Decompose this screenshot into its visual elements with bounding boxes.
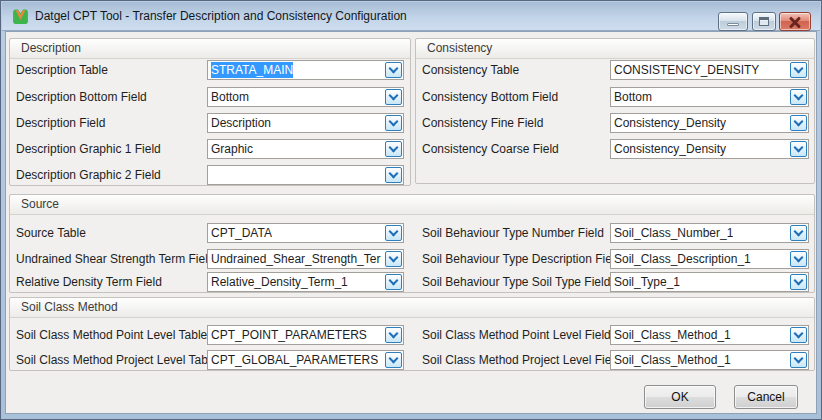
field-label: Description Field — [16, 113, 105, 133]
field-label: Undrained Shear Strength Term Field — [16, 249, 215, 269]
field-row: Soil Class Method Project Level Table CP… — [10, 350, 416, 370]
field-row: Description Graphic 2 Field — [10, 165, 410, 185]
description-graphic-2-field-combo[interactable] — [207, 165, 404, 185]
dropdown-arrow-icon[interactable] — [790, 274, 807, 290]
combo-value: Soil_Class_Number_1 — [614, 225, 733, 241]
minimize-button[interactable] — [718, 12, 748, 31]
dropdown-arrow-icon[interactable] — [385, 62, 402, 78]
field-row: Relative Density Term Field Relative_Den… — [10, 272, 416, 292]
dropdown-arrow-icon[interactable] — [385, 327, 402, 343]
consistency-coarse-field-combo[interactable]: Consistency_Density — [610, 139, 809, 159]
field-label: Description Bottom Field — [16, 87, 147, 107]
dropdown-arrow-icon[interactable] — [385, 251, 402, 267]
consistency-fine-field-combo[interactable]: Consistency_Density — [610, 113, 809, 133]
field-row: Soil Class Method Point Level Field Soil… — [416, 325, 814, 345]
field-label: Description Graphic 1 Field — [16, 139, 161, 159]
field-label: Consistency Coarse Field — [422, 139, 559, 159]
dropdown-arrow-icon[interactable] — [790, 115, 807, 131]
field-row: Consistency Fine Field Consistency_Densi… — [416, 113, 814, 133]
field-row: Soil Class Method Project Level Field So… — [416, 350, 814, 370]
field-row: Soil Behaviour Type Soil Type Field Soil… — [416, 272, 814, 292]
dropdown-arrow-icon[interactable] — [790, 141, 807, 157]
consistency-bottom-field-combo[interactable]: Bottom — [610, 87, 809, 107]
dropdown-arrow-icon[interactable] — [790, 225, 807, 241]
field-label: Soil Class Method Point Level Table — [16, 325, 207, 345]
group-description: Description Description Table STRATA_MAI… — [9, 38, 411, 186]
soil-behaviour-type-soil-type-field-combo[interactable]: Soil_Type_1 — [610, 272, 809, 292]
dropdown-arrow-icon[interactable] — [385, 352, 402, 368]
cancel-button[interactable]: Cancel — [734, 385, 798, 409]
field-row: Description Bottom Field Bottom — [10, 87, 410, 107]
field-row: Soil Behaviour Type Description Field So… — [416, 249, 814, 269]
soil-class-left-column: Soil Class Method Point Level Table CPT_… — [10, 298, 416, 370]
dropdown-arrow-icon[interactable] — [790, 352, 807, 368]
field-row: Description Table STRATA_MAIN — [10, 60, 410, 80]
soil-class-method-project-level-table-combo[interactable]: CPT_GLOBAL_PARAMETERS — [207, 350, 404, 370]
dropdown-arrow-icon[interactable] — [385, 167, 402, 183]
dropdown-arrow-icon[interactable] — [385, 89, 402, 105]
dropdown-arrow-icon[interactable] — [790, 327, 807, 343]
description-field-combo[interactable]: Description — [207, 113, 404, 133]
field-label: Consistency Fine Field — [422, 113, 543, 133]
group-consistency: Consistency Consistency Table CONSISTENC… — [415, 38, 815, 184]
dropdown-arrow-icon[interactable] — [790, 62, 807, 78]
consistency-table-combo[interactable]: CONSISTENCY_DENSITY — [610, 60, 809, 80]
combo-value: CONSISTENCY_DENSITY — [614, 62, 759, 78]
field-label: Soil Class Method Project Level Table — [16, 350, 217, 370]
field-label: Consistency Bottom Field — [422, 87, 558, 107]
field-row: Soil Behaviour Type Number Field Soil_Cl… — [416, 223, 814, 243]
combo-value: Bottom — [211, 89, 249, 105]
field-label: Relative Density Term Field — [16, 272, 162, 292]
close-icon — [789, 16, 801, 28]
source-right-column: Soil Behaviour Type Number Field Soil_Cl… — [416, 195, 814, 292]
maximize-button[interactable] — [752, 12, 776, 31]
description-table-combo[interactable]: STRATA_MAIN — [207, 60, 404, 80]
combo-value: STRATA_MAIN — [211, 62, 293, 78]
dropdown-arrow-icon[interactable] — [385, 115, 402, 131]
group-source: Source Source Table CPT_DATA Undrained S… — [9, 194, 815, 293]
field-label: Soil Class Method Project Level Field — [422, 350, 621, 370]
field-label: Consistency Table — [422, 60, 519, 80]
soil-class-method-point-level-field-combo[interactable]: Soil_Class_Method_1 — [610, 325, 809, 345]
close-button[interactable] — [779, 12, 811, 31]
soil-behaviour-type-number-field-combo[interactable]: Soil_Class_Number_1 — [610, 223, 809, 243]
dropdown-arrow-icon[interactable] — [385, 274, 402, 290]
field-label: Soil Behaviour Type Number Field — [422, 223, 604, 243]
soil-class-right-column: Soil Class Method Point Level Field Soil… — [416, 298, 814, 370]
field-label: Soil Behaviour Type Description Field — [422, 249, 621, 269]
field-row: Consistency Bottom Field Bottom — [416, 87, 814, 107]
datgel-logo-icon — [12, 8, 29, 25]
field-row: Consistency Table CONSISTENCY_DENSITY — [416, 60, 814, 80]
field-label: Soil Class Method Point Level Field — [422, 325, 611, 345]
undrained-shear-strength-term-field-combo[interactable]: Undrained_Shear_Strength_Term_1 — [207, 249, 404, 269]
minimize-icon — [727, 23, 739, 26]
soil-behaviour-type-description-field-combo[interactable]: Soil_Class_Description_1 — [610, 249, 809, 269]
window-title: Datgel CPT Tool - Transfer Description a… — [35, 2, 407, 30]
combo-value: Soil_Class_Description_1 — [614, 251, 751, 267]
description-bottom-field-combo[interactable]: Bottom — [207, 87, 404, 107]
combo-value: Soil_Type_1 — [614, 274, 680, 290]
soil-class-method-point-level-table-combo[interactable]: CPT_POINT_PARAMETERS — [207, 325, 404, 345]
combo-value: Graphic — [211, 141, 253, 157]
field-label: Source Table — [16, 223, 86, 243]
combo-value: Relative_Density_Term_1 — [211, 274, 348, 290]
dialog-client-area: Description Description Table STRATA_MAI… — [5, 31, 817, 414]
field-row: Source Table CPT_DATA — [10, 223, 416, 243]
maximize-icon — [759, 17, 769, 26]
soil-class-method-project-level-field-combo[interactable]: Soil_Class_Method_1 — [610, 350, 809, 370]
ok-button[interactable]: OK — [644, 385, 716, 409]
field-label: Soil Behaviour Type Soil Type Field — [422, 272, 610, 292]
relative-density-term-field-combo[interactable]: Relative_Density_Term_1 — [207, 272, 404, 292]
field-row: Soil Class Method Point Level Table CPT_… — [10, 325, 416, 345]
dropdown-arrow-icon[interactable] — [790, 89, 807, 105]
field-row: Description Graphic 1 Field Graphic — [10, 139, 410, 159]
source-table-combo[interactable]: CPT_DATA — [207, 223, 404, 243]
source-left-column: Source Table CPT_DATA Undrained Shear St… — [10, 195, 416, 292]
dropdown-arrow-icon[interactable] — [385, 225, 402, 241]
description-graphic-1-field-combo[interactable]: Graphic — [207, 139, 404, 159]
combo-value: Soil_Class_Method_1 — [614, 327, 731, 343]
dropdown-arrow-icon[interactable] — [385, 141, 402, 157]
combo-value: CPT_DATA — [211, 225, 272, 241]
dropdown-arrow-icon[interactable] — [790, 251, 807, 267]
titlebar: Datgel CPT Tool - Transfer Description a… — [2, 2, 820, 31]
